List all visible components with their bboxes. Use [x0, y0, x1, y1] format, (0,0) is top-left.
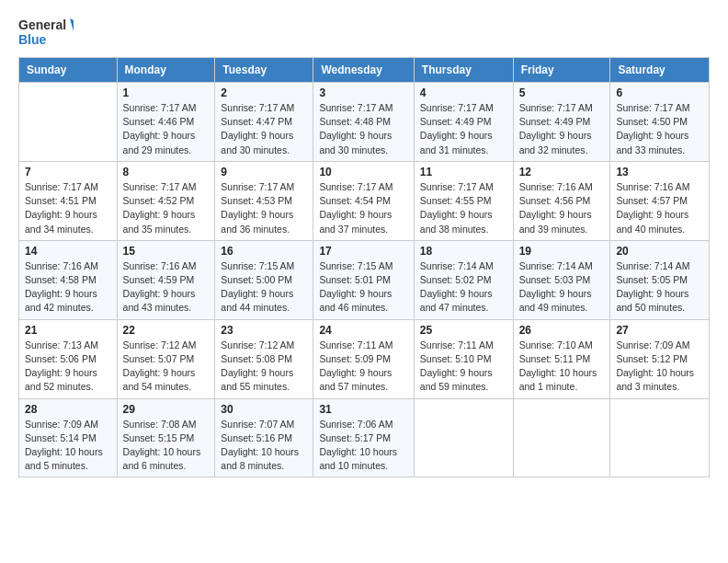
- day-number: 1: [123, 86, 210, 99]
- day-number: 14: [25, 245, 111, 258]
- day-detail: Sunrise: 7:11 AM Sunset: 5:09 PM Dayligh…: [319, 339, 407, 395]
- day-detail: Sunrise: 7:12 AM Sunset: 5:07 PM Dayligh…: [123, 339, 210, 395]
- day-detail: Sunrise: 7:17 AM Sunset: 4:55 PM Dayligh…: [420, 180, 507, 236]
- day-number: 16: [221, 245, 307, 258]
- day-detail: Sunrise: 7:16 AM Sunset: 4:58 PM Dayligh…: [25, 259, 111, 316]
- weekday-header-sunday: Sunday: [19, 58, 118, 83]
- day-number: 27: [616, 324, 703, 337]
- day-detail: Sunrise: 7:17 AM Sunset: 4:46 PM Dayligh…: [123, 101, 210, 157]
- header: General Blue: [18, 15, 710, 48]
- day-detail: Sunrise: 7:14 AM Sunset: 5:02 PM Dayligh…: [420, 259, 507, 316]
- day-detail: Sunrise: 7:17 AM Sunset: 4:54 PM Dayligh…: [319, 180, 407, 236]
- day-detail: Sunrise: 7:10 AM Sunset: 5:11 PM Dayligh…: [519, 339, 605, 395]
- calendar-table: SundayMondayTuesdayWednesdayThursdayFrid…: [18, 57, 710, 477]
- svg-text:Blue: Blue: [18, 32, 47, 47]
- weekday-header-saturday: Saturday: [610, 58, 710, 83]
- weekday-header-tuesday: Tuesday: [215, 58, 313, 83]
- day-cell: 25Sunrise: 7:11 AM Sunset: 5:10 PM Dayli…: [414, 319, 513, 398]
- day-number: 3: [319, 86, 407, 99]
- day-detail: Sunrise: 7:15 AM Sunset: 5:01 PM Dayligh…: [319, 259, 407, 316]
- day-number: 5: [519, 86, 605, 99]
- day-number: 6: [616, 86, 703, 99]
- day-number: 31: [319, 403, 407, 416]
- page: General Blue SundayMondayTuesdayWednesda…: [0, 0, 728, 563]
- calendar-header: SundayMondayTuesdayWednesdayThursdayFrid…: [19, 58, 710, 83]
- day-cell: 3Sunrise: 7:17 AM Sunset: 4:48 PM Daylig…: [313, 83, 414, 162]
- day-cell: 26Sunrise: 7:10 AM Sunset: 5:11 PM Dayli…: [513, 319, 610, 398]
- week-row-4: 21Sunrise: 7:13 AM Sunset: 5:06 PM Dayli…: [19, 319, 710, 398]
- day-detail: Sunrise: 7:09 AM Sunset: 5:14 PM Dayligh…: [25, 418, 111, 474]
- day-detail: Sunrise: 7:09 AM Sunset: 5:12 PM Dayligh…: [616, 339, 703, 395]
- weekday-header-thursday: Thursday: [414, 58, 513, 83]
- day-number: 8: [123, 166, 210, 178]
- day-detail: Sunrise: 7:17 AM Sunset: 4:53 PM Dayligh…: [221, 180, 307, 236]
- day-cell: 2Sunrise: 7:17 AM Sunset: 4:47 PM Daylig…: [215, 83, 313, 162]
- day-number: 11: [420, 166, 507, 178]
- day-detail: Sunrise: 7:13 AM Sunset: 5:06 PM Dayligh…: [25, 339, 111, 395]
- day-detail: Sunrise: 7:11 AM Sunset: 5:10 PM Dayligh…: [420, 339, 507, 395]
- day-detail: Sunrise: 7:17 AM Sunset: 4:47 PM Dayligh…: [221, 101, 307, 157]
- day-number: 30: [221, 403, 307, 416]
- day-cell: 5Sunrise: 7:17 AM Sunset: 4:49 PM Daylig…: [513, 83, 610, 162]
- day-number: 12: [519, 166, 605, 178]
- calendar-body: 1Sunrise: 7:17 AM Sunset: 4:46 PM Daylig…: [19, 83, 710, 477]
- day-cell: [610, 398, 710, 477]
- day-detail: Sunrise: 7:15 AM Sunset: 5:00 PM Dayligh…: [221, 259, 307, 316]
- day-detail: Sunrise: 7:16 AM Sunset: 4:57 PM Dayligh…: [616, 180, 703, 236]
- day-cell: 23Sunrise: 7:12 AM Sunset: 5:08 PM Dayli…: [215, 319, 313, 398]
- day-number: 10: [319, 166, 407, 178]
- day-cell: 15Sunrise: 7:16 AM Sunset: 4:59 PM Dayli…: [117, 240, 215, 319]
- weekday-header-monday: Monday: [117, 58, 215, 83]
- day-cell: 24Sunrise: 7:11 AM Sunset: 5:09 PM Dayli…: [313, 319, 414, 398]
- logo: General Blue: [18, 15, 74, 48]
- weekday-header-friday: Friday: [513, 58, 610, 83]
- svg-marker-2: [70, 18, 74, 31]
- day-cell: 29Sunrise: 7:08 AM Sunset: 5:15 PM Dayli…: [117, 398, 215, 477]
- day-cell: [513, 398, 610, 477]
- day-cell: 11Sunrise: 7:17 AM Sunset: 4:55 PM Dayli…: [414, 161, 513, 240]
- day-cell: 12Sunrise: 7:16 AM Sunset: 4:56 PM Dayli…: [513, 161, 610, 240]
- day-number: 9: [221, 166, 307, 178]
- day-detail: Sunrise: 7:07 AM Sunset: 5:16 PM Dayligh…: [221, 418, 307, 474]
- day-number: 2: [221, 86, 307, 99]
- week-row-5: 28Sunrise: 7:09 AM Sunset: 5:14 PM Dayli…: [19, 398, 710, 477]
- day-detail: Sunrise: 7:14 AM Sunset: 5:03 PM Dayligh…: [519, 259, 605, 316]
- day-cell: 20Sunrise: 7:14 AM Sunset: 5:05 PM Dayli…: [610, 240, 710, 319]
- day-detail: Sunrise: 7:16 AM Sunset: 4:59 PM Dayligh…: [123, 259, 210, 316]
- day-detail: Sunrise: 7:17 AM Sunset: 4:50 PM Dayligh…: [616, 101, 703, 157]
- day-detail: Sunrise: 7:16 AM Sunset: 4:56 PM Dayligh…: [519, 180, 605, 236]
- day-cell: 17Sunrise: 7:15 AM Sunset: 5:01 PM Dayli…: [313, 240, 414, 319]
- day-detail: Sunrise: 7:08 AM Sunset: 5:15 PM Dayligh…: [123, 418, 210, 474]
- day-cell: 21Sunrise: 7:13 AM Sunset: 5:06 PM Dayli…: [19, 319, 118, 398]
- day-number: 28: [25, 403, 111, 416]
- day-detail: Sunrise: 7:17 AM Sunset: 4:49 PM Dayligh…: [519, 101, 605, 157]
- day-cell: 9Sunrise: 7:17 AM Sunset: 4:53 PM Daylig…: [215, 161, 313, 240]
- day-number: 18: [420, 245, 507, 258]
- weekday-row: SundayMondayTuesdayWednesdayThursdayFrid…: [19, 58, 710, 83]
- day-number: 15: [123, 245, 210, 258]
- day-detail: Sunrise: 7:17 AM Sunset: 4:52 PM Dayligh…: [123, 180, 210, 236]
- day-detail: Sunrise: 7:14 AM Sunset: 5:05 PM Dayligh…: [616, 259, 703, 316]
- day-cell: 19Sunrise: 7:14 AM Sunset: 5:03 PM Dayli…: [513, 240, 610, 319]
- day-cell: 30Sunrise: 7:07 AM Sunset: 5:16 PM Dayli…: [215, 398, 313, 477]
- day-number: 19: [519, 245, 605, 258]
- logo-svg: General Blue: [18, 15, 74, 48]
- day-cell: 28Sunrise: 7:09 AM Sunset: 5:14 PM Dayli…: [19, 398, 118, 477]
- day-number: 4: [420, 86, 507, 99]
- day-cell: 22Sunrise: 7:12 AM Sunset: 5:07 PM Dayli…: [117, 319, 215, 398]
- day-detail: Sunrise: 7:17 AM Sunset: 4:49 PM Dayligh…: [420, 101, 507, 157]
- day-detail: Sunrise: 7:17 AM Sunset: 4:51 PM Dayligh…: [25, 180, 111, 236]
- day-detail: Sunrise: 7:12 AM Sunset: 5:08 PM Dayligh…: [221, 339, 307, 395]
- day-number: 20: [616, 245, 703, 258]
- week-row-1: 1Sunrise: 7:17 AM Sunset: 4:46 PM Daylig…: [19, 83, 710, 162]
- day-cell: 1Sunrise: 7:17 AM Sunset: 4:46 PM Daylig…: [117, 83, 215, 162]
- week-row-2: 7Sunrise: 7:17 AM Sunset: 4:51 PM Daylig…: [19, 161, 710, 240]
- day-cell: 14Sunrise: 7:16 AM Sunset: 4:58 PM Dayli…: [19, 240, 118, 319]
- day-number: 7: [25, 166, 111, 178]
- svg-text:General: General: [18, 17, 66, 32]
- day-detail: Sunrise: 7:06 AM Sunset: 5:17 PM Dayligh…: [319, 418, 407, 474]
- day-cell: 27Sunrise: 7:09 AM Sunset: 5:12 PM Dayli…: [610, 319, 710, 398]
- day-number: 23: [221, 324, 307, 337]
- day-number: 24: [319, 324, 407, 337]
- weekday-header-wednesday: Wednesday: [313, 58, 414, 83]
